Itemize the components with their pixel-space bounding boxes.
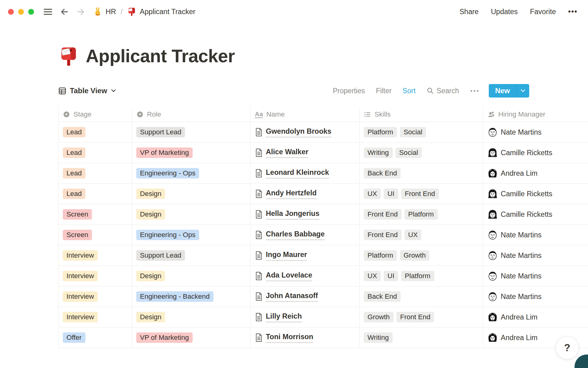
stage-cell[interactable]: Interview xyxy=(58,286,132,307)
skills-cell[interactable]: UXUIFront End xyxy=(360,184,483,204)
stage-cell[interactable]: Interview xyxy=(58,245,132,266)
role-cell[interactable]: Engineering - Ops xyxy=(132,225,251,245)
manager-cell[interactable]: Andrea Lim xyxy=(483,307,588,327)
stage-cell[interactable]: Screen xyxy=(58,225,132,245)
column-header-name[interactable]: Aa Name xyxy=(251,107,360,122)
role-cell[interactable]: Engineering - Backend xyxy=(132,286,251,307)
role-cell[interactable]: Design xyxy=(132,266,251,286)
new-button[interactable]: New xyxy=(489,84,516,98)
breadcrumb-workspace[interactable]: HR xyxy=(106,8,116,16)
applicant-name-link[interactable]: Leonard Kleinrock xyxy=(266,168,329,178)
search-button[interactable]: Search xyxy=(427,87,459,95)
name-cell[interactable]: Charles Babbage xyxy=(251,225,360,245)
role-cell[interactable]: Design xyxy=(132,204,251,224)
page-document-icon xyxy=(255,128,263,137)
manager-cell[interactable]: Nate Martins xyxy=(483,225,588,245)
skills-cell[interactable]: Front EndPlatform xyxy=(360,204,483,224)
name-cell[interactable]: Ada Lovelace xyxy=(251,266,360,286)
manager-cell[interactable]: Nate Martins xyxy=(483,122,588,142)
role-cell[interactable]: VP of Marketing xyxy=(132,328,251,348)
column-header-stage[interactable]: Stage xyxy=(58,107,132,122)
name-cell[interactable]: Leonard Kleinrock xyxy=(251,163,360,183)
page-document-icon xyxy=(255,251,263,260)
more-options-button[interactable]: ••• xyxy=(568,8,578,16)
applicant-name-link[interactable]: John Atanasoff xyxy=(266,291,318,301)
table-row: Screen Engineering - Ops Charles Babbage… xyxy=(58,225,588,245)
skills-cell[interactable]: GrowthFront End xyxy=(360,307,483,327)
favorite-button[interactable]: Favorite xyxy=(530,8,556,16)
back-arrow-icon[interactable] xyxy=(60,7,69,16)
stage-cell[interactable]: Offer xyxy=(58,328,132,348)
stage-cell[interactable]: Lead xyxy=(58,184,132,204)
toolbar-more-icon[interactable] xyxy=(470,90,479,92)
applicant-name-link[interactable]: Toni Morrison xyxy=(266,332,313,343)
applicant-name-link[interactable]: Ada Lovelace xyxy=(266,271,312,281)
applicant-name-link[interactable]: Alice Walker xyxy=(266,148,308,158)
filter-button[interactable]: Filter xyxy=(376,87,391,95)
stage-cell[interactable]: Screen xyxy=(58,204,132,224)
manager-cell[interactable]: Nate Martins xyxy=(483,286,588,307)
applicant-name-link[interactable]: Ingo Maurer xyxy=(266,250,307,260)
skills-cell[interactable]: Writing xyxy=(360,328,483,348)
manager-cell[interactable]: Nate Martins xyxy=(483,266,588,286)
properties-button[interactable]: Properties xyxy=(333,87,365,95)
name-cell[interactable]: John Atanasoff xyxy=(251,286,360,307)
skills-cell[interactable]: Back End xyxy=(360,163,483,183)
manager-cell[interactable]: Nate Martins xyxy=(483,245,588,266)
skills-cell[interactable]: UXUIPlatform xyxy=(360,266,483,286)
updates-button[interactable]: Updates xyxy=(491,8,518,16)
sidebar-menu-icon[interactable] xyxy=(43,8,53,16)
help-button[interactable]: ? xyxy=(556,336,579,359)
skills-cell[interactable]: PlatformSocial xyxy=(360,122,483,142)
stage-cell[interactable]: Interview xyxy=(58,266,132,286)
role-cell[interactable]: Design xyxy=(132,307,251,327)
manager-cell[interactable]: Camille Ricketts xyxy=(483,184,588,204)
mailbox-icon xyxy=(127,7,136,16)
stage-cell[interactable]: Interview xyxy=(58,307,132,327)
stage-tag: Screen xyxy=(63,209,92,220)
table-header-row: Stage Role Aa Name Skills Hiring Manager xyxy=(58,107,588,122)
column-header-skills[interactable]: Skills xyxy=(360,107,483,122)
name-cell[interactable]: Lilly Reich xyxy=(251,307,360,327)
applicant-name-link[interactable]: Charles Babbage xyxy=(266,230,325,240)
column-header-hiring-manager[interactable]: Hiring Manager xyxy=(483,107,588,122)
manager-cell[interactable]: Camille Ricketts xyxy=(483,143,588,163)
column-header-role[interactable]: Role xyxy=(132,107,251,122)
page-title[interactable]: Applicant Tracker xyxy=(86,45,235,67)
manager-cell[interactable]: Andrea Lim xyxy=(483,163,588,183)
sort-button[interactable]: Sort xyxy=(403,87,416,95)
applicant-name-link[interactable]: Lilly Reich xyxy=(266,312,302,322)
breadcrumb: HR / Applicant Tracker xyxy=(93,7,195,16)
chat-bubble-corner[interactable] xyxy=(575,355,588,368)
skills-cell[interactable]: Back End xyxy=(360,286,483,307)
name-cell[interactable]: Andy Hertzfeld xyxy=(251,184,360,204)
role-cell[interactable]: Design xyxy=(132,184,251,204)
name-cell[interactable]: Gwendolyn Brooks xyxy=(251,122,360,142)
name-cell[interactable]: Toni Morrison xyxy=(251,328,360,348)
share-button[interactable]: Share xyxy=(459,8,479,16)
applicant-name-link[interactable]: Andy Hertzfeld xyxy=(266,189,317,199)
stage-cell[interactable]: Lead xyxy=(58,143,132,163)
minimize-window-button[interactable] xyxy=(18,9,24,15)
skills-cell[interactable]: WritingSocial xyxy=(360,143,483,163)
zoom-window-button[interactable] xyxy=(28,9,34,15)
role-cell[interactable]: Support Lead xyxy=(132,122,251,142)
breadcrumb-page[interactable]: Applicant Tracker xyxy=(140,8,195,16)
manager-cell[interactable]: Camille Ricketts xyxy=(483,204,588,224)
applicant-name-link[interactable]: Hella Jongerius xyxy=(266,209,319,219)
skills-cell[interactable]: PlatformGrowth xyxy=(360,245,483,266)
stage-cell[interactable]: Lead xyxy=(58,122,132,142)
page-mailbox-icon[interactable] xyxy=(58,46,79,67)
role-cell[interactable]: Engineering - Ops xyxy=(132,163,251,183)
name-cell[interactable]: Alice Walker xyxy=(251,143,360,163)
close-window-button[interactable] xyxy=(8,9,14,15)
name-cell[interactable]: Ingo Maurer xyxy=(251,245,360,266)
role-cell[interactable]: VP of Marketing xyxy=(132,143,251,163)
applicant-name-link[interactable]: Gwendolyn Brooks xyxy=(266,127,331,137)
name-cell[interactable]: Hella Jongerius xyxy=(251,204,360,224)
skills-cell[interactable]: Front EndUX xyxy=(360,225,483,245)
role-cell[interactable]: Support Lead xyxy=(132,245,251,266)
new-dropdown-button[interactable] xyxy=(516,84,529,98)
stage-cell[interactable]: Lead xyxy=(58,163,132,183)
table-view-selector[interactable]: Table View xyxy=(58,86,116,95)
